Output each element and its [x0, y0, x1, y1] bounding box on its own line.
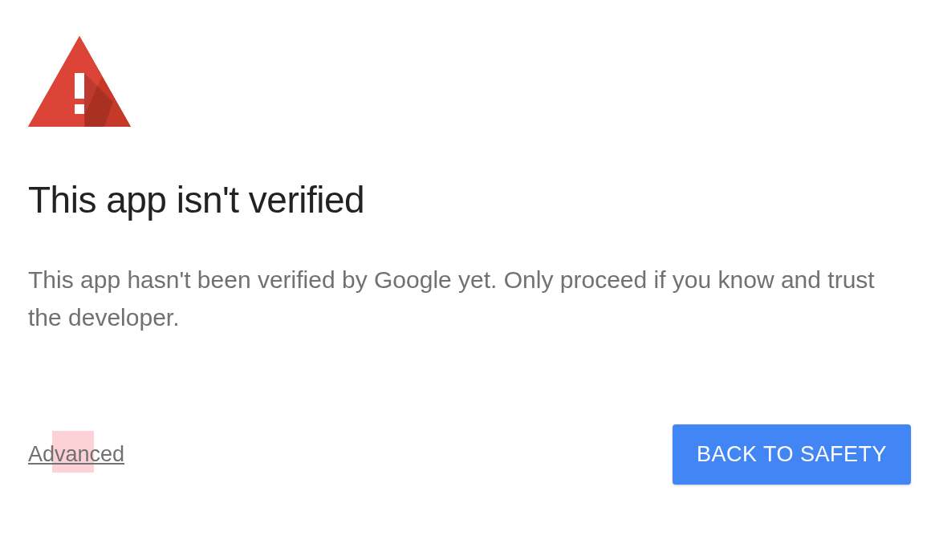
warning-triangle-icon	[28, 36, 911, 130]
advanced-link[interactable]: Advanced	[28, 442, 124, 467]
back-to-safety-button[interactable]: BACK TO SAFETY	[673, 424, 911, 485]
svg-rect-7	[75, 104, 84, 114]
actions-row: Advanced BACK TO SAFETY	[28, 424, 911, 485]
svg-rect-6	[75, 73, 84, 99]
advanced-label: Advanced	[28, 442, 124, 466]
page-heading: This app isn't verified	[28, 178, 911, 221]
warning-description: This app hasn't been verified by Google …	[28, 262, 911, 336]
